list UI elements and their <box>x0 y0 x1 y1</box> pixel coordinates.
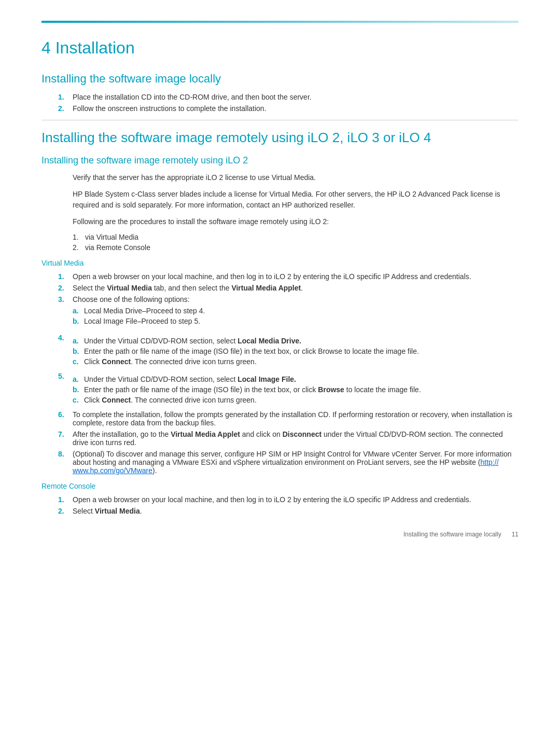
list-item: b. Local Image File–Proceed to step 5. <box>73 317 519 325</box>
alpha-label: b. <box>73 317 84 325</box>
remote-console-steps: 1. Open a web browser on your local mach… <box>41 495 519 515</box>
list-item: 1. Open a web browser on your local mach… <box>41 495 519 504</box>
step-num: 8. <box>58 450 73 475</box>
list-item: 2. via Remote Console <box>73 243 519 252</box>
step-num: 1. <box>58 272 73 281</box>
section-remote-ilo2: Installing the software image remotely u… <box>41 155 519 515</box>
proc-num: 1. <box>73 233 83 241</box>
local-install-steps: 1. Place the installation CD into the CD… <box>41 93 519 113</box>
list-item: 1. Place the installation CD into the CD… <box>41 93 519 101</box>
list-item: a. Under the Virtual CD/DVD-ROM section,… <box>73 375 519 383</box>
step-num: 4. <box>58 334 73 369</box>
step-text: Open a web browser on your local machine… <box>73 272 519 281</box>
step-content: a. Under the Virtual CD/DVD-ROM section,… <box>73 334 519 369</box>
list-item: b. Enter the path or file name of the im… <box>73 385 519 394</box>
sub-text: Enter the path or file name of the image… <box>84 385 519 394</box>
subsection-virtual-media: Virtual Media 1. Open a web browser on y… <box>41 259 519 475</box>
alpha-label: b. <box>73 385 84 394</box>
alpha-label: a. <box>73 375 84 383</box>
subsection-remote-console: Remote Console 1. Open a web browser on … <box>41 482 519 515</box>
list-item: c. Click Connect. The connected drive ic… <box>73 396 519 404</box>
intro-para-1: Verify that the server has the appropria… <box>41 172 519 184</box>
step-text: Place the installation CD into the CD-RO… <box>73 93 519 101</box>
step-num: 1. <box>58 495 73 504</box>
list-item: 1. via Virtual Media <box>73 233 519 241</box>
step-num: 5. <box>58 372 73 407</box>
list-item: 4. a. Under the Virtual CD/DVD-ROM secti… <box>41 334 519 369</box>
step-num: 2. <box>58 507 73 515</box>
step-content: a. Under the Virtual CD/DVD-ROM section,… <box>73 372 519 407</box>
step-num: 2. <box>58 284 73 292</box>
chapter-number: 4 <box>41 38 51 57</box>
sub-text: Click Connect. The connected drive icon … <box>84 357 519 366</box>
footer-section-title: Installing the software image locally <box>403 531 501 538</box>
step-text: To complete the installation, follow the… <box>73 410 519 427</box>
sub-text: Under the Virtual CD/DVD-ROM section, se… <box>84 337 519 345</box>
subsection-remote-console-heading: Remote Console <box>41 482 519 490</box>
sub-list: a. Under the Virtual CD/DVD-ROM section,… <box>73 375 519 404</box>
step-text: Select Virtual Media. <box>73 507 519 515</box>
step-text: After the installation, go to the Virtua… <box>73 430 519 447</box>
alpha-label: b. <box>73 347 84 355</box>
alpha-label: a. <box>73 337 84 345</box>
step-num: 2. <box>58 104 73 113</box>
section-local-install: Installing the software image locally 1.… <box>41 72 519 113</box>
step-num: 6. <box>58 410 73 427</box>
list-item: 2. Follow the onscreen instructions to c… <box>41 104 519 113</box>
list-item: a. Under the Virtual CD/DVD-ROM section,… <box>73 337 519 345</box>
section-divider <box>41 120 519 120</box>
list-item: 2. Select the Virtual Media tab, and the… <box>41 284 519 292</box>
list-item: c. Click Connect. The connected drive ic… <box>73 357 519 366</box>
page-footer: Installing the software image locally 11 <box>403 531 519 538</box>
section-remote-ilo2-heading: Installing the software image remotely u… <box>41 155 519 166</box>
section-remote-heading: Installing the software image remotely u… <box>41 130 519 146</box>
top-border <box>41 21 519 23</box>
proc-text: via Virtual Media <box>85 233 138 241</box>
alpha-label: c. <box>73 357 84 366</box>
chapter-title: 4 Installation <box>41 38 519 58</box>
list-item: b. Enter the path or file name of the im… <box>73 347 519 355</box>
sub-list: a. Local Media Drive–Proceed to step 4. … <box>73 307 519 327</box>
step-text: Open a web browser on your local machine… <box>73 495 519 504</box>
footer-page-number: 11 <box>512 531 519 538</box>
sub-text: Enter the path or file name of the image… <box>84 347 519 355</box>
hp-vmware-link[interactable]: http://www.hp.com/go/VMware <box>73 458 499 475</box>
step-text: Choose one of the following options: a. … <box>73 295 519 330</box>
step-num: 7. <box>58 430 73 447</box>
list-item: 7. After the installation, go to the Vir… <box>41 430 519 447</box>
chapter-title-text: Installation <box>55 38 135 57</box>
list-item: 6. To complete the installation, follow … <box>41 410 519 427</box>
alpha-label: a. <box>73 307 84 315</box>
page: 4 Installation Installing the software i… <box>0 0 560 554</box>
step-num: 1. <box>58 93 73 101</box>
procedure-list: 1. via Virtual Media 2. via Remote Conso… <box>73 233 519 252</box>
proc-text: via Remote Console <box>85 243 150 252</box>
list-item: 1. Open a web browser on your local mach… <box>41 272 519 281</box>
section-local-install-heading: Installing the software image locally <box>41 72 519 86</box>
proc-num: 2. <box>73 243 83 252</box>
sub-text: Local Media Drive–Proceed to step 4. <box>84 307 519 315</box>
sub-text: Under the Virtual CD/DVD-ROM section, se… <box>84 375 519 383</box>
sub-text: Local Image File–Proceed to step 5. <box>84 317 519 325</box>
step-text: (Optional) To discover and manage this s… <box>73 450 519 475</box>
intro-para-2: HP Blade System c-Class server blades in… <box>41 189 519 211</box>
list-item: 3. Choose one of the following options: … <box>41 295 519 330</box>
section-remote-main-heading: Installing the software image remotely u… <box>41 130 519 146</box>
list-item: 5. a. Under the Virtual CD/DVD-ROM secti… <box>41 372 519 407</box>
sub-list: a. Under the Virtual CD/DVD-ROM section,… <box>73 337 519 366</box>
intro-para-3: Following are the procedures to install … <box>41 216 519 228</box>
step-text: Select the Virtual Media tab, and then s… <box>73 284 519 292</box>
list-item: 2. Select Virtual Media. <box>41 507 519 515</box>
virtual-media-steps: 1. Open a web browser on your local mach… <box>41 272 519 475</box>
step-text: Follow the onscreen instructions to comp… <box>73 104 519 113</box>
subsection-virtual-media-heading: Virtual Media <box>41 259 519 267</box>
list-item: 8. (Optional) To discover and manage thi… <box>41 450 519 475</box>
list-item: a. Local Media Drive–Proceed to step 4. <box>73 307 519 315</box>
alpha-label: c. <box>73 396 84 404</box>
step-num: 3. <box>58 295 73 330</box>
sub-text: Click Connect. The connected drive icon … <box>84 396 519 404</box>
